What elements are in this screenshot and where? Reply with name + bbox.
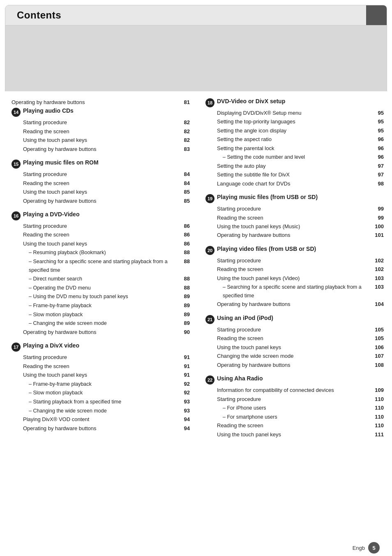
toc-item-text: Setting the auto play (217, 162, 376, 170)
toc-item-page: 96 (378, 135, 384, 144)
toc-item: – Setting the code number and level96 (223, 153, 384, 162)
toc-item-page: 109 (375, 386, 384, 394)
toc-item-page: 110 (375, 403, 384, 412)
toc-item-page: 84 (184, 179, 190, 188)
left-sections: 14Playing audio CDsStarting procedure82R… (12, 107, 190, 433)
toc-item-text: – Slow motion playback (29, 389, 182, 397)
toc-item: Using the touch panel keys106 (217, 343, 384, 352)
toc-item: Operating by hardware buttons94 (23, 424, 190, 433)
section-title-14: Playing audio CDs (23, 107, 74, 114)
toc-item-page: 104 (375, 300, 384, 308)
toc-item-page: 102 (375, 265, 384, 273)
toc-item-page: 110 (375, 421, 384, 430)
toc-item-page: 86 (184, 222, 190, 230)
section-number-19: 19 (205, 194, 214, 203)
toc-item-text: Using the touch panel keys (217, 343, 372, 352)
toc-item-text: – For smartphone users (223, 413, 372, 422)
toc-item-page: 92 (184, 388, 190, 397)
toc-item-text: Operating by hardware buttons (23, 197, 182, 205)
toc-item-page: 95 (378, 109, 384, 117)
toc-item: – Slow motion playback89 (29, 310, 190, 319)
toc-item-text: Setting the parental lock (217, 144, 376, 153)
toc-item-page: 95 (378, 126, 384, 135)
footer-page-number: 5 (368, 542, 380, 554)
section-items-21: Starting procedure105Reading the screen1… (217, 325, 384, 369)
toc-item-page: 88 (184, 274, 190, 283)
section-title-15: Playing music files on ROM (23, 159, 99, 166)
toc-item: Using the touch panel keys86 (23, 239, 190, 248)
toc-item-page: 94 (184, 424, 190, 433)
toc-item: Reading the screen99 (217, 213, 384, 222)
toc-item-page: 97 (378, 170, 384, 179)
toc-item: – Operating the DVD menu88 (29, 283, 190, 292)
section-header-15: 15Playing music files on ROM (12, 159, 190, 169)
toc-item: – Searching for a specific scene and sta… (223, 283, 384, 300)
toc-item-text: Using the touch panel keys (23, 188, 182, 196)
toc-item-page: 97 (378, 162, 384, 170)
toc-item-page: 98 (378, 179, 384, 188)
toc-item-page: 91 (184, 371, 190, 379)
toc-item-text: – Operating the DVD menu (29, 284, 182, 292)
toc-item: Using the touch panel keys (Video)103 (217, 274, 384, 283)
toc-item-page: 89 (184, 319, 190, 327)
section-number-16: 16 (12, 211, 21, 220)
toc-item-text: Setting the angle icon display (217, 126, 376, 135)
toc-item: Reading the screen102 (217, 265, 384, 273)
toc-item-text: Starting procedure (217, 256, 372, 265)
toc-item: Starting procedure86 (23, 222, 190, 230)
toc-item-text: Information for compatibility of connect… (217, 386, 372, 394)
toc-item: Operating by hardware buttons83 (23, 145, 190, 153)
toc-item: – For smartphone users110 (223, 412, 384, 422)
section-title-18: DVD-Video or DivX setup (217, 98, 285, 104)
toc-item: Setting the subtitle file for DivX97 (217, 170, 384, 179)
toc-item: – Direct number search88 (29, 274, 190, 283)
top-item-page: 81 (184, 98, 190, 107)
toc-item: – Frame-by-frame playback92 (29, 380, 190, 389)
toc-item: Operating by hardware buttons90 (23, 328, 190, 336)
section-header-14: 14Playing audio CDs (12, 107, 190, 117)
section-items-16: Starting procedure86Reading the screen86… (23, 222, 190, 336)
content-area: Operating by hardware buttons 81 14Playi… (0, 91, 392, 453)
gray-top-area (5, 25, 387, 91)
toc-item-text: Starting procedure (217, 395, 372, 403)
toc-item: Operating by hardware buttons108 (217, 361, 384, 369)
toc-item-text: Operating by hardware buttons (23, 145, 182, 153)
section-14: 14Playing audio CDsStarting procedure82R… (12, 107, 190, 153)
section-number-14: 14 (12, 108, 21, 117)
section-items-14: Starting procedure82Reading the screen82… (23, 118, 190, 153)
section-header-17: 17Playing a DivX video (12, 342, 190, 352)
toc-item: Setting the angle icon display95 (217, 126, 384, 135)
toc-item: Setting the aspect ratio96 (217, 135, 384, 144)
section-15: 15Playing music files on ROMStarting pro… (12, 159, 190, 205)
toc-item-page: 83 (184, 145, 190, 153)
toc-item-page: 94 (184, 415, 190, 424)
toc-item-text: Reading the screen (217, 265, 372, 273)
toc-item-page: 93 (184, 406, 190, 415)
toc-item-text: Setting the aspect ratio (217, 135, 376, 144)
toc-item-page: 108 (375, 361, 384, 369)
toc-item-page: 106 (375, 343, 384, 352)
toc-item-text: Operating by hardware buttons (217, 231, 372, 239)
toc-item: Reading the screen91 (23, 362, 190, 371)
toc-item-text: Starting procedure (23, 353, 182, 361)
toc-item: Starting procedure110 (217, 395, 384, 403)
toc-item-text: Playing DivX® VOD content (23, 415, 182, 424)
toc-item-text: Setting the top-priority languages (217, 117, 376, 126)
toc-item: Using the touch panel keys111 (217, 430, 384, 439)
toc-item: Playing DivX® VOD content94 (23, 415, 190, 424)
toc-item: Setting the top-priority languages95 (217, 117, 384, 126)
toc-item-page: 88 (184, 283, 190, 292)
toc-item: – Starting playback from a specified tim… (29, 397, 190, 406)
section-title-17: Playing a DivX video (23, 342, 79, 349)
toc-item-page: 84 (184, 170, 190, 178)
toc-item-text: Using the touch panel keys (Music) (217, 222, 372, 231)
left-column: Operating by hardware buttons 81 14Playi… (8, 98, 190, 445)
toc-item: Using the touch panel keys82 (23, 136, 190, 144)
section-header-19: 19Playing music files (from USB or SD) (205, 194, 384, 203)
toc-item: Starting procedure102 (217, 256, 384, 265)
toc-item-text: Reading the screen (23, 230, 182, 239)
toc-item: – Frame-by-frame playback89 (29, 301, 190, 310)
toc-item-page: 93 (184, 397, 190, 406)
toc-item-text: – Setting the code number and level (223, 153, 376, 162)
toc-item-text: – Changing the wide screen mode (29, 319, 182, 328)
